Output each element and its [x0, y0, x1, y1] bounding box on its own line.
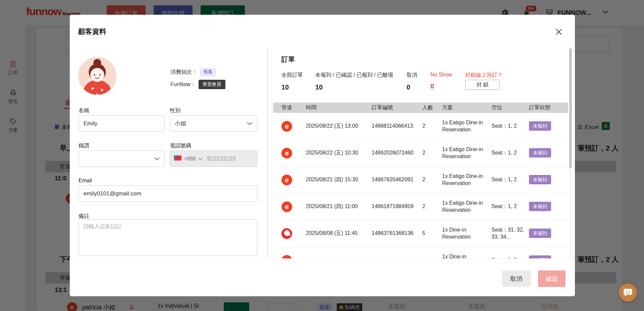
phone-country-code[interactable]: +886	[184, 156, 196, 162]
orders-table: 管道 時間 訂單編號 人數 方案 空位 訂單狀態 e 2025/08/22 (五…	[273, 103, 568, 258]
note-textarea[interactable]	[78, 220, 257, 256]
order-plan: 1x Dine-in Reservation	[442, 253, 491, 258]
gender-select[interactable]: 小姐	[170, 115, 257, 132]
order-status-badge: 未報到	[529, 121, 551, 131]
stat-all-orders-label: 全部訂單	[281, 72, 303, 79]
stat-noshow-value: 0	[430, 82, 452, 90]
gender-selected-value: 小姐	[175, 120, 186, 127]
order-people: 5	[422, 230, 442, 237]
avatar	[78, 57, 117, 96]
modal-footer: 取消 確認	[70, 258, 575, 296]
order-time: 2025/08/22 (五) 13:00	[306, 123, 372, 130]
chevron-down-icon	[198, 158, 203, 160]
order-number: 14861871884959	[372, 203, 422, 210]
col-header-status: 訂單狀態	[529, 104, 568, 111]
customer-info-modal: 顧客資料	[70, 15, 575, 296]
order-number: 14868114066413	[372, 123, 422, 130]
order-seat: Seat：1, 2	[491, 176, 529, 183]
email-input[interactable]	[78, 185, 257, 202]
stat-cancelled-label: 取消	[407, 72, 417, 79]
order-plan: 1x Eatigo Dine-in Reservation	[442, 173, 491, 187]
panel-divider	[267, 48, 268, 258]
col-header-seat: 空位	[491, 104, 529, 111]
order-seat: Seat：31, 32, 33, 34...	[491, 227, 529, 241]
stat-active-orders-label: 未報到 / 已確認 / 已報到 / 已離場	[315, 72, 393, 79]
col-header-people: 人數	[422, 104, 442, 111]
scrollbar-thumb[interactable]	[569, 48, 572, 168]
col-header-channel: 管道	[281, 104, 306, 111]
email-label: Email	[78, 178, 92, 184]
channel-icon: e	[281, 175, 292, 185]
order-people: 2	[422, 149, 442, 157]
order-number: 14867620462091	[372, 176, 422, 183]
taiwan-flag-icon	[174, 156, 181, 162]
col-header-time: 時間	[306, 104, 372, 111]
order-status-badge: 未報到	[529, 148, 551, 158]
col-header-order-number: 訂單編號	[372, 104, 422, 111]
order-row[interactable]: 2025/08/08 (五) 11:45 14863761368136 5 1x…	[273, 220, 568, 247]
orders-panel: 訂單 全部訂單 10 未報到 / 已確認 / 已報到 / 已離場 10 取消 0…	[273, 48, 568, 258]
order-status-badge: 未報到	[529, 255, 551, 258]
order-time: 2025/08/22 (五) 10:30	[306, 149, 372, 157]
funnow-membership-label: FunNow：	[170, 81, 196, 88]
phone-label: 電話號碼	[170, 142, 191, 149]
order-time: 2025/08/21 (四) 15:30	[306, 176, 372, 183]
orders-table-body: e 2025/08/22 (五) 13:00 14868114066413 2 …	[273, 113, 568, 258]
order-row[interactable]: e 2025/08/21 (四) 15:30 14867620462091 2 …	[273, 167, 568, 193]
order-plan: 1x Eatigo Dine-in Reservation	[442, 146, 491, 160]
order-row[interactable]: e 1x Dine-in Reservation Seat：1, 2 未報到	[273, 247, 568, 258]
chat-fab-button[interactable]	[619, 284, 637, 302]
order-seat: Seat：1, 2	[491, 203, 529, 210]
channel-icon: e	[281, 201, 292, 212]
order-people: 2	[422, 176, 442, 183]
chevron-down-icon	[247, 122, 252, 125]
channel-icon: e	[281, 121, 292, 132]
order-seat: Seat：1, 2	[491, 123, 529, 130]
stat-all-orders-value: 10	[281, 83, 303, 91]
salutation-label: 稱謂	[78, 142, 89, 149]
modal-title: 顧客資料	[78, 27, 106, 36]
order-seat: Seat：1, 2	[491, 149, 529, 157]
frequency-label: 消費頻次：	[170, 69, 197, 76]
order-people: 2	[422, 123, 442, 130]
returning-customer-badge: 舊客	[200, 68, 216, 76]
note-label: 備註	[78, 213, 89, 220]
name-label: 名稱	[78, 107, 89, 114]
orders-section-title: 訂單	[281, 55, 295, 64]
close-icon[interactable]	[554, 27, 563, 36]
order-time: 2025/08/08 (五) 11:45	[306, 230, 372, 237]
order-status-badge: 未報到	[529, 175, 551, 184]
channel-icon	[281, 228, 292, 239]
gender-label: 性別	[170, 107, 180, 114]
phone-input[interactable]: +886 912123123	[170, 150, 257, 167]
col-header-plan: 方案	[442, 104, 491, 111]
block-button[interactable]: 封鎖	[465, 80, 500, 90]
order-plan: 1x Dine-in Reservation	[442, 227, 491, 241]
orders-table-header: 管道 時間 訂單編號 人數 方案 空位 訂單狀態	[273, 103, 568, 113]
name-input[interactable]	[78, 115, 165, 132]
channel-icon: e	[281, 148, 292, 159]
order-plan: 1x Eatigo Dine-in Reservation	[442, 200, 491, 214]
channel-icon: e	[281, 255, 292, 259]
stat-active-orders-value: 10	[315, 83, 393, 91]
order-row[interactable]: e 2025/08/22 (五) 10:30 14862026072460 2 …	[273, 140, 568, 167]
order-status-badge: 未報到	[529, 229, 551, 238]
order-people: 2	[422, 203, 442, 210]
order-number: 14862026072460	[372, 149, 422, 157]
order-row[interactable]: e 2025/08/21 (四) 11:00 14861871884959 2 …	[273, 193, 568, 220]
order-row[interactable]: e 2025/08/22 (五) 13:00 14868114066413 2 …	[273, 113, 568, 140]
order-plan: 1x Eatigo Dine-in Reservation	[442, 119, 491, 133]
order-number: 14863761368136	[372, 230, 422, 237]
elite-member-badge: 菁英會員	[199, 80, 225, 89]
salutation-select[interactable]	[78, 150, 165, 167]
order-time: 2025/08/21 (四) 11:00	[306, 203, 372, 210]
cancel-button[interactable]: 取消	[502, 270, 531, 287]
block-online-booking-label: 封鎖線上預訂？	[465, 72, 503, 79]
chevron-down-icon	[154, 157, 160, 160]
phone-number-value: 912123123	[207, 156, 235, 162]
stat-cancelled-value: 0	[407, 83, 417, 91]
order-status-badge: 未報到	[529, 202, 551, 211]
stat-noshow-label: No Show	[430, 72, 452, 78]
confirm-button[interactable]: 確認	[538, 270, 566, 287]
modal-scrollbar[interactable]	[569, 48, 572, 258]
